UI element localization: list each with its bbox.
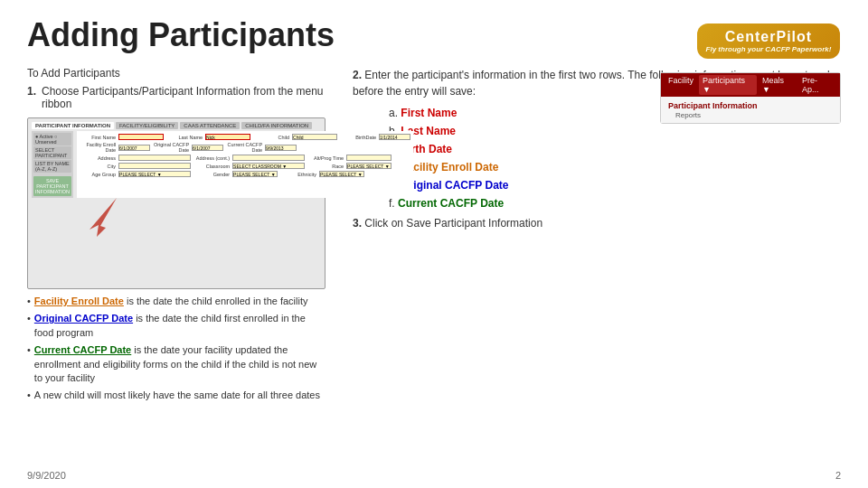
logo-name: CenterPilot <box>706 29 832 45</box>
label-orig-cacfp-req: Original CACFP Date <box>401 179 508 192</box>
label-last-name: Last Name <box>166 135 203 140</box>
logo-tagline: Fly through your CACFP Paperwork! <box>706 45 832 53</box>
sidebar-list-by-name[interactable]: LIST BY NAME (A-Z, A-Z) <box>33 160 71 173</box>
label-orig-cacfp: Original CACFP Date <box>153 142 189 153</box>
sidebar-active-unserved: ● Active ○ Unserved <box>33 133 71 145</box>
form-row-4: City Classroom SELECT CLASSROOM ▼ Race P… <box>80 163 410 169</box>
form-row-1: First Name Last Name Nick Child Child Bi… <box>80 134 410 140</box>
input-city[interactable] <box>118 163 191 169</box>
tab-participant-info[interactable]: PARTICIPANT INFORMATION <box>32 122 114 129</box>
bullet-2: • Original CACFP Date is the date the ch… <box>27 312 326 340</box>
list-item-b: b. Last Name <box>389 125 841 137</box>
nav-ribbon-bar: Facility Participants ▼ Meals ▼ Pre-Ap..… <box>661 73 840 97</box>
tab-facility-eligibility[interactable]: FACILITY/ELIGIBILITY <box>116 122 178 129</box>
input-classroom[interactable]: SELECT CLASSROOM ▼ <box>232 163 305 169</box>
bullet-1-highlight: Facility Enroll Date <box>34 296 124 306</box>
arrow-annotation <box>80 193 126 239</box>
list-item-f: f. Current CACFP Date <box>389 197 841 210</box>
label-first-name: First Name <box>80 135 116 140</box>
form-row-2: Facility Enroll Date 6/1/2007 Original C… <box>80 142 410 153</box>
form-main-area: First Name Last Name Nick Child Child Bi… <box>77 131 413 198</box>
list-item-c: c. Birth Date <box>389 143 841 155</box>
label-curr-cacfp-req: Current CACFP Date <box>398 197 504 210</box>
input-address[interactable] <box>118 155 191 161</box>
list-item-d: d. Facility Enroll Date <box>389 161 841 174</box>
nav-meals[interactable]: Meals ▼ <box>759 75 797 95</box>
label-curr-cacfp: Current CACFP Date <box>226 142 262 153</box>
nav-ribbon-content: Participant Information Reports <box>661 97 840 123</box>
label-child: Child <box>253 135 289 140</box>
bullet-4-text: A new child will most likely have the sa… <box>34 389 320 402</box>
bullet-3-highlight: Current CACFP Date <box>34 344 131 355</box>
logo-area: CenterPilot Fly through your CACFP Paper… <box>696 9 841 72</box>
label-facility-enroll: Facility Enroll Date <box>80 142 116 153</box>
bullet-4: • A new child will most likely have the … <box>27 389 326 402</box>
form-row-3: Address Address (cont.) Alt/Prog Time <box>80 155 410 161</box>
footer-date: 9/9/2020 <box>27 470 66 481</box>
label-classroom: Classroom <box>193 164 230 169</box>
step1-text: Choose Participants/Participant Informat… <box>42 85 326 110</box>
nav-participant-info[interactable]: Participant Information <box>668 100 833 111</box>
bullet-1: • Facility Enroll Date is the date the c… <box>27 295 326 308</box>
input-first-name[interactable] <box>118 134 164 140</box>
sidebar-select-participant[interactable]: SELECT PARTICIPANT <box>33 146 71 159</box>
input-orig-cacfp[interactable]: 6/1/2007 <box>192 145 223 151</box>
label-ethnicity: Ethnicity <box>280 172 316 177</box>
nav-preap[interactable]: Pre-Ap... <box>798 75 836 95</box>
form-tabs: PARTICIPANT INFORMATION FACILITY/ELIGIBI… <box>32 122 321 129</box>
input-ethnicity[interactable]: PLEASE SELECT ▼ <box>319 171 364 177</box>
label-birth-date: BirthDate <box>340 135 376 140</box>
label-age-group: Age Group <box>80 172 116 177</box>
form-sidebar: ● Active ○ Unserved SELECT PARTICIPANT L… <box>32 131 73 198</box>
step3-text: 3. Click on Save Participant Information <box>353 215 841 231</box>
label-alt-prog-time: Alt/Prog Time <box>307 155 344 161</box>
step1-num: 1. <box>27 85 36 110</box>
list-item-e: e. Original CACFP Date <box>389 179 841 192</box>
input-race[interactable]: PLEASE SELECT ▼ <box>346 163 392 169</box>
label-address2: Address (cont.) <box>193 155 230 161</box>
input-gender[interactable]: PLEASE SELECT ▼ <box>232 171 278 177</box>
bullet-section: • Facility Enroll Date is the date the c… <box>27 295 326 403</box>
label-gender: Gender <box>193 172 230 177</box>
nav-ribbon-screenshot: Facility Participants ▼ Meals ▼ Pre-Ap..… <box>660 72 841 124</box>
label-city: City <box>80 164 116 169</box>
input-last-name[interactable]: Nick <box>205 134 250 140</box>
nav-participants[interactable]: Participants ▼ <box>699 75 757 95</box>
tab-caas-attendance[interactable]: CAAS ATTENDANCE <box>180 122 240 129</box>
input-alt-prog-time[interactable] <box>346 155 392 161</box>
step3-num: 3. <box>353 217 362 230</box>
nav-facility[interactable]: Facility <box>665 75 697 95</box>
label-first-name-req: First Name <box>401 107 457 119</box>
nav-reports[interactable]: Reports <box>668 111 833 119</box>
left-panel: To Add Participants 1. Choose Participan… <box>27 67 326 407</box>
form-row-5: Age Group PLEASE SELECT ▼ Gender PLEASE … <box>80 171 410 177</box>
input-address2[interactable] <box>232 155 305 161</box>
bullet-2-highlight: Original CACFP Date <box>34 313 133 324</box>
step2-num: 2. <box>353 69 362 81</box>
input-facility-enroll[interactable]: 6/1/2007 <box>118 145 150 151</box>
bullet-1-text: is the date the child enrolled in the fa… <box>124 296 308 306</box>
tab-child-fa[interactable]: CHILD/FA INFORMATION <box>241 122 312 129</box>
step3-action: Click on Save Participant Information <box>364 217 542 230</box>
bullet-3: • Current CACFP Date is the date your fa… <box>27 343 326 385</box>
footer-page-num: 2 <box>835 470 841 481</box>
label-address: Address <box>80 155 116 161</box>
step1-line: 1. Choose Participants/Participant Infor… <box>27 85 326 110</box>
logo-box: CenterPilot Fly through your CACFP Paper… <box>697 23 841 59</box>
label-facility-enroll-req: Facility Enroll Date <box>401 161 498 174</box>
sidebar-save-btn[interactable]: SAVE PARTICIPANTINFORMATION <box>33 176 71 196</box>
intro-text: To Add Participants <box>27 67 326 80</box>
label-race: Race <box>307 164 344 169</box>
input-birth-date[interactable]: 1/1/2014 <box>379 134 410 140</box>
input-child[interactable]: Child <box>292 134 337 140</box>
page-footer: 9/9/2020 2 <box>27 470 841 481</box>
form-screenshot: PARTICIPANT INFORMATION FACILITY/ELIGIBI… <box>27 117 326 289</box>
form-body: ● Active ○ Unserved SELECT PARTICIPANT L… <box>32 131 321 198</box>
plane-icon: ✈ <box>840 33 856 56</box>
input-age-group[interactable]: PLEASE SELECT ▼ <box>118 171 191 177</box>
input-curr-cacfp[interactable]: 9/9/2013 <box>265 145 297 151</box>
